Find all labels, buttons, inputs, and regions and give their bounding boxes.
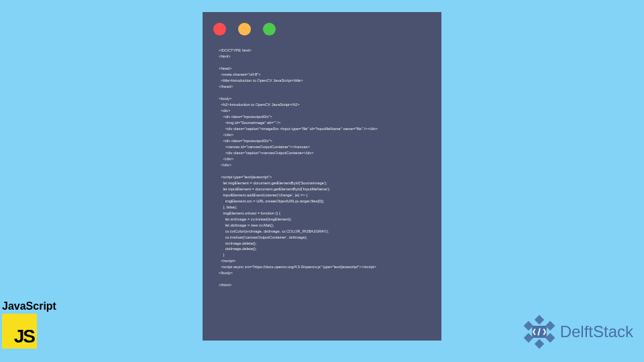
- svg-marker-0: [534, 315, 543, 324]
- code-content: <!DOCTYPE html> <html> <head> <meta char…: [212, 48, 432, 288]
- code-editor-window: <!DOCTYPE html> <html> <head> <meta char…: [203, 12, 441, 341]
- js-logo-text: JS: [14, 326, 34, 347]
- close-icon[interactable]: [213, 23, 226, 36]
- window-traffic-lights: [213, 23, 432, 36]
- js-badge-label: JavaScript: [2, 300, 56, 312]
- js-logo-icon: JS: [2, 314, 37, 349]
- svg-marker-3: [534, 339, 543, 349]
- maximize-icon[interactable]: [263, 23, 276, 36]
- javascript-badge: JavaScript JS: [2, 300, 56, 349]
- delftstack-text: DelftStack: [560, 322, 633, 341]
- delftstack-logo: DelftStack: [521, 314, 633, 350]
- svg-marker-5: [523, 333, 533, 343]
- delftstack-icon: [521, 314, 557, 350]
- svg-marker-4: [545, 333, 555, 343]
- svg-marker-2: [523, 321, 533, 330]
- minimize-icon[interactable]: [238, 23, 251, 36]
- svg-marker-1: [545, 321, 555, 330]
